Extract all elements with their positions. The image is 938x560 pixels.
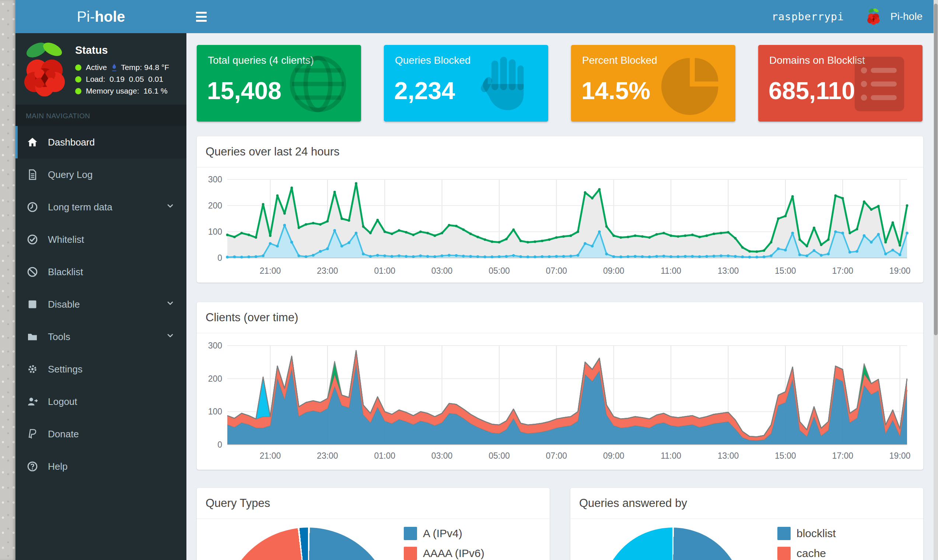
status-ok-dot — [75, 65, 81, 71]
svg-text:05:00: 05:00 — [489, 266, 510, 275]
browser-scrollbar — [933, 0, 938, 560]
svg-text:09:00: 09:00 — [603, 266, 624, 275]
sidebar-item-query-log[interactable]: Query Log — [15, 158, 186, 191]
sidebar-item-disable[interactable]: Disable — [15, 288, 186, 320]
paypal-icon — [26, 428, 42, 440]
sidebar-item-label: Whitelist — [48, 234, 84, 245]
legend-label: AAAA (IPv6) — [423, 547, 484, 560]
product-link[interactable]: Pi-hole — [890, 11, 923, 23]
svg-text:100: 100 — [208, 227, 222, 237]
user-icon — [26, 395, 42, 408]
legend-swatch — [777, 527, 790, 540]
hand-icon — [470, 53, 540, 115]
summary-cards-row: Total queries (4 clients)15,408Queries B… — [197, 45, 923, 122]
svg-text:17:00: 17:00 — [832, 266, 853, 275]
logo-text-suffix: hole — [95, 8, 125, 25]
ban-icon — [26, 266, 42, 278]
svg-text:03:00: 03:00 — [431, 266, 453, 275]
list-icon — [844, 53, 915, 115]
gears-icon — [26, 363, 42, 375]
status-title: Status — [75, 44, 169, 56]
stat-card-percent-blocked: Percent Blocked14.5% — [571, 45, 735, 122]
queries-over-time-chart[interactable]: 21:0023:0001:0003:0005:0007:0009:0011:00… — [197, 168, 923, 283]
legend-label: cache — [797, 547, 826, 560]
legend-item-a-ipv4[interactable]: A (IPv4) — [404, 527, 484, 540]
legend-item-cache[interactable]: cache — [777, 547, 836, 560]
queries-answered-pie-chart[interactable] — [602, 528, 743, 560]
stat-card-title: Percent Blocked — [582, 54, 657, 66]
svg-text:19:00: 19:00 — [889, 266, 911, 275]
sidebar-item-logout[interactable]: Logout — [15, 385, 186, 418]
legend-swatch — [777, 547, 790, 560]
chevron-down-icon — [166, 331, 175, 343]
sidebar-item-long-term-data[interactable]: Long term data — [15, 191, 186, 223]
question-icon — [26, 460, 42, 473]
sidebar: Status Active Temp: 94.8 °F Load: 0.19 0… — [15, 33, 186, 560]
sidebar-item-tools[interactable]: Tools — [15, 320, 186, 353]
svg-text:23:00: 23:00 — [317, 266, 338, 275]
svg-text:03:00: 03:00 — [431, 451, 453, 460]
clients-over-time-panel: Clients (over time) 21:0023:0001:0003:00… — [197, 302, 923, 470]
queries-over-time-panel: Queries over last 24 hours 21:0023:0001:… — [197, 136, 923, 283]
queries-answered-panel: Queries answered by blocklistcache — [570, 488, 923, 560]
clients-over-time-chart[interactable]: 21:0023:0001:0003:0005:0007:0009:0011:00… — [197, 334, 923, 471]
query-types-pie-chart[interactable] — [223, 528, 393, 560]
svg-text:09:00: 09:00 — [603, 451, 624, 460]
stat-card-value: 2,234 — [394, 77, 455, 105]
status-load-row: Load: 0.19 0.05 0.01 — [75, 75, 169, 84]
sidebar-toggle-button[interactable] — [186, 0, 216, 33]
raspberry-icon — [866, 8, 881, 25]
app-logo[interactable]: Pi-hole — [15, 0, 186, 33]
svg-text:11:00: 11:00 — [661, 266, 681, 275]
svg-text:23:00: 23:00 — [317, 451, 338, 460]
query-types-title: Query Types — [197, 488, 550, 519]
sidebar-item-label: Tools — [48, 331, 70, 343]
queries-answered-title: Queries answered by — [570, 488, 923, 519]
stat-card-queries-blocked: Queries Blocked2,234 — [384, 45, 548, 122]
stat-card-title: Queries Blocked — [395, 54, 471, 66]
stat-card-domains-on-blocklist: Domains on Blocklist685,110 — [758, 45, 923, 122]
clients-panel-title: Clients (over time) — [197, 302, 923, 334]
scrollbar-thumb[interactable] — [934, 4, 938, 335]
svg-text:15:00: 15:00 — [775, 451, 796, 460]
sidebar-nav-list: DashboardQuery LogLong term dataWhitelis… — [15, 126, 186, 483]
home-icon — [26, 136, 42, 148]
sidebar-item-help[interactable]: Help — [15, 450, 186, 483]
svg-text:01:00: 01:00 — [374, 266, 395, 275]
stat-card-value: 15,408 — [207, 77, 281, 105]
check-circle-icon — [26, 233, 42, 246]
sidebar-item-whitelist[interactable]: Whitelist — [15, 223, 186, 256]
folder-icon — [26, 331, 42, 343]
queries-panel-title: Queries over last 24 hours — [197, 136, 923, 168]
svg-text:21:00: 21:00 — [260, 266, 281, 275]
svg-text:13:00: 13:00 — [718, 451, 739, 460]
sidebar-item-label: Long term data — [48, 202, 112, 213]
stat-card-value: 685,110 — [769, 77, 855, 105]
temperature-icon — [111, 63, 117, 71]
query-types-legend: A (IPv4)AAAA (IPv6) — [404, 527, 484, 560]
status-section: Status Active Temp: 94.8 °F Load: 0.19 0… — [15, 33, 186, 105]
legend-item-aaaa-ipv6[interactable]: AAAA (IPv6) — [404, 547, 484, 560]
sidebar-item-label: Blacklist — [48, 266, 83, 278]
hostname-label: raspberrypi — [772, 11, 844, 23]
svg-text:300: 300 — [208, 175, 222, 184]
svg-text:17:00: 17:00 — [832, 451, 853, 460]
svg-text:15:00: 15:00 — [775, 266, 796, 275]
sidebar-item-settings[interactable]: Settings — [15, 353, 186, 385]
legend-item-blocklist[interactable]: blocklist — [777, 527, 836, 540]
main-content: Total queries (4 clients)15,408Queries B… — [186, 33, 933, 560]
sidebar-item-label: Dashboard — [48, 137, 95, 148]
sidebar-item-dashboard[interactable]: Dashboard — [15, 126, 186, 158]
svg-text:200: 200 — [208, 201, 222, 210]
sidebar-item-label: Donate — [48, 428, 79, 440]
query-types-panel: Query Types A (IPv4)AAAA (IPv6) — [197, 488, 550, 560]
sidebar-item-donate[interactable]: Donate — [15, 418, 186, 450]
stop-icon — [26, 298, 42, 311]
status-ok-dot — [75, 88, 81, 94]
svg-text:300: 300 — [208, 341, 222, 350]
desktop-background-strip — [0, 0, 15, 560]
sidebar-item-blacklist[interactable]: Blacklist — [15, 256, 186, 288]
globe-icon — [283, 53, 353, 115]
sidebar-item-label: Help — [48, 461, 68, 472]
status-memory-row: Memory usage: 16.1 % — [75, 86, 169, 95]
